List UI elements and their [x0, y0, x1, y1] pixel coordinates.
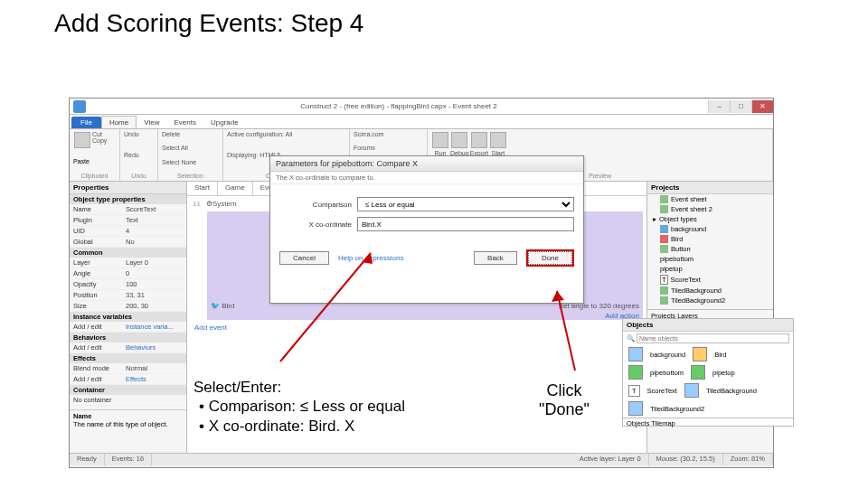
debug-icon[interactable]	[451, 132, 467, 148]
close-button[interactable]: ✕	[751, 100, 773, 113]
done-button[interactable]: Done	[528, 251, 572, 265]
v-size[interactable]: 200, 30	[126, 302, 148, 310]
v-name[interactable]: ScoreText	[126, 205, 156, 213]
status-bar: Ready Events: 16 Active layer: Layer 0 M…	[70, 453, 773, 465]
group-undo: Undo	[124, 173, 154, 179]
v-addbeh[interactable]: Behaviors	[126, 343, 156, 352]
cut-button[interactable]: Cut	[92, 131, 107, 137]
active-config[interactable]: Active configuration: All	[227, 131, 292, 137]
v-uid: 4	[126, 227, 129, 235]
tree-tbg[interactable]: TiledBackground	[647, 286, 773, 296]
k-global: Global	[73, 238, 126, 246]
sec-objtype: Object type properties	[70, 194, 186, 204]
tree-pipebottom[interactable]: pipebottom	[647, 254, 773, 264]
tree-pipetop[interactable]: pipetop	[647, 264, 773, 274]
event-system[interactable]: System	[212, 200, 237, 208]
back-button[interactable]: Back	[474, 251, 517, 265]
file-tab[interactable]: File	[71, 117, 101, 128]
ctab-game[interactable]: Game	[218, 182, 253, 195]
v-addfx[interactable]: Effects	[126, 375, 146, 383]
status-events: Events: 16	[105, 454, 152, 465]
maximize-button[interactable]: □	[730, 100, 751, 113]
tree-button[interactable]: Button	[647, 244, 773, 254]
v-addinst[interactable]: Instance varia...	[126, 323, 174, 331]
forums-link[interactable]: Forums	[354, 145, 375, 151]
tree-objtypes[interactable]: ▸ Object types	[647, 214, 773, 224]
obj-pipet-icon[interactable]	[691, 365, 705, 380]
v-opacity[interactable]: 100	[126, 280, 137, 288]
tab-view[interactable]: View	[137, 117, 166, 128]
paste-icon[interactable]	[74, 132, 90, 148]
tree-es2[interactable]: Event sheet 2	[647, 204, 773, 214]
obj-tbg[interactable]: TiledBackground	[706, 387, 757, 395]
scirra-link[interactable]: Scirra.com	[354, 131, 383, 137]
selectnone-button[interactable]: Select None	[162, 159, 196, 165]
annot-select-h: Select/Enter:	[193, 378, 405, 397]
search-icon: 🔍	[627, 334, 635, 343]
status-layer: Active layer: Layer 0	[572, 454, 649, 465]
obj-tbg-icon[interactable]	[684, 383, 699, 398]
obj-pipeb-icon[interactable]	[628, 365, 643, 380]
xcoord-label: X co-ordinate	[279, 221, 352, 229]
ribbon-tabs: File Home View Events Upgrade	[70, 115, 773, 129]
obj-pipet[interactable]: pipetop	[712, 369, 735, 377]
objects-search[interactable]	[637, 333, 789, 343]
event-number: 11	[193, 200, 201, 208]
export-icon[interactable]	[471, 132, 487, 148]
done-highlight: Done	[526, 249, 574, 267]
obj-tbg2-icon[interactable]	[628, 401, 643, 416]
delete-button[interactable]: Delete	[162, 131, 180, 137]
ctab-start[interactable]: Start	[187, 182, 218, 195]
annot-b2: X co-ordinate: Bird. X	[209, 418, 355, 435]
comparison-select[interactable]: ≤ Less or equal	[357, 197, 574, 211]
tab-home[interactable]: Home	[101, 116, 137, 128]
obj-bird[interactable]: Bird	[714, 351, 726, 359]
obj-bird-icon[interactable]	[693, 347, 707, 361]
k-uid: UID	[73, 227, 126, 235]
properties-header: Properties	[70, 182, 186, 194]
k-addbeh: Add / edit	[73, 343, 126, 352]
start-icon[interactable]	[490, 132, 506, 148]
objects-tabs[interactable]: Objects Tilemap	[623, 418, 793, 428]
add-event-link[interactable]: Add event	[194, 324, 643, 332]
v-angle[interactable]: 0	[126, 269, 129, 277]
minimize-button[interactable]: –	[708, 100, 730, 113]
obj-pipeb[interactable]: pipebottom	[650, 369, 684, 377]
sec-effects: Effects	[70, 353, 186, 363]
xcoord-input[interactable]	[357, 217, 574, 231]
tree-scoretext[interactable]: TScoreText	[647, 274, 773, 286]
v-blend[interactable]: Normal	[126, 364, 147, 372]
objects-header: Objects	[623, 319, 793, 332]
selectall-button[interactable]: Select All	[162, 145, 188, 151]
obj-tbg2[interactable]: TiledBackground2	[650, 405, 704, 413]
obj-bg[interactable]: background	[650, 351, 685, 359]
slide-title: Add Scoring Events: Step 4	[0, 0, 868, 42]
v-position[interactable]: 33, 31	[126, 291, 145, 299]
tree-background[interactable]: background	[647, 224, 773, 234]
copy-button[interactable]: Copy	[92, 137, 107, 144]
run-icon[interactable]	[432, 132, 448, 148]
subevent-bird: Bird	[222, 302, 234, 310]
add-action-link[interactable]: Add action	[211, 312, 639, 320]
cancel-button[interactable]: Cancel	[279, 251, 329, 265]
v-layer[interactable]: Layer 0	[126, 258, 148, 267]
k-addinst: Add / edit	[73, 323, 126, 331]
group-clipboard: Clipboard	[73, 173, 116, 179]
tab-events[interactable]: Events	[166, 117, 203, 128]
dialog-title: Parameters for pipebottom: Compare X	[270, 156, 583, 172]
tab-upgrade[interactable]: Upgrade	[203, 117, 246, 128]
obj-score-icon[interactable]: T	[628, 385, 640, 397]
v-global[interactable]: No	[126, 238, 135, 246]
obj-bg-icon[interactable]	[628, 347, 643, 361]
obj-score[interactable]: ScoreText	[647, 387, 677, 395]
annotation-select: Select/Enter: • Comparison: ≤ Less or eq…	[193, 378, 405, 436]
help-link[interactable]: Help on expressions	[338, 254, 403, 262]
tree-tbg2[interactable]: TiledBackground2	[647, 296, 773, 305]
tree-es1[interactable]: Event sheet	[647, 194, 773, 204]
k-position: Position	[73, 291, 126, 299]
redo-button[interactable]: Redo	[124, 152, 139, 158]
tree-bird[interactable]: Bird	[647, 234, 773, 244]
undo-button[interactable]: Undo	[124, 131, 139, 137]
k-layer: Layer	[73, 258, 126, 267]
k-plugin: Plugin	[73, 216, 126, 224]
